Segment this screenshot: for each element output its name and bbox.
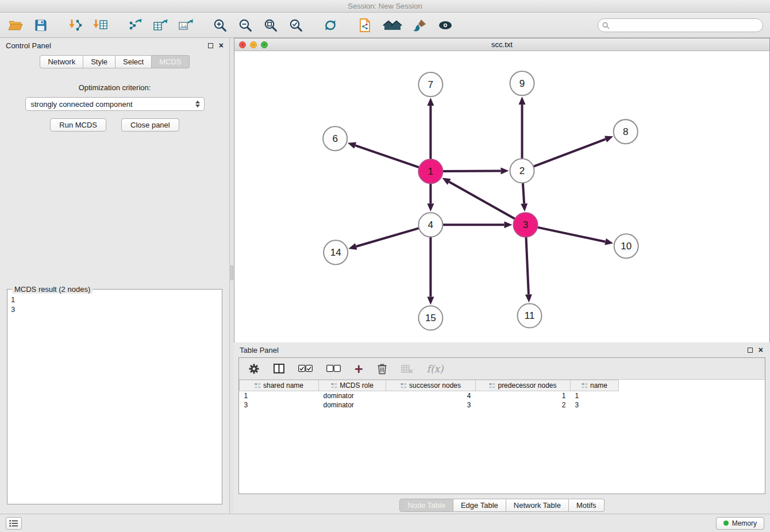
graph-edge-3-1[interactable] bbox=[449, 182, 515, 219]
table-toolbar: + f(x) bbox=[239, 358, 765, 380]
zoom-fit-icon[interactable] bbox=[262, 16, 279, 34]
eye-icon[interactable] bbox=[437, 16, 454, 34]
task-history-button[interactable] bbox=[6, 517, 22, 530]
graph-node-label: 15 bbox=[425, 313, 436, 323]
graph-edge-arrow bbox=[519, 97, 526, 105]
cell-name[interactable]: 3 bbox=[571, 400, 619, 410]
graph-edge-arrow bbox=[427, 203, 434, 211]
gear-icon[interactable] bbox=[248, 363, 260, 375]
cell-predecessor-nodes[interactable]: 1 bbox=[476, 391, 571, 400]
network-canvas[interactable]: 7968124314101511 bbox=[234, 51, 769, 342]
splitter-grip[interactable] bbox=[230, 265, 233, 280]
tab-select[interactable]: Select bbox=[116, 55, 152, 68]
graph-edge-arrow bbox=[427, 98, 434, 106]
control-panel-title: Control Panel bbox=[6, 41, 51, 50]
column-header-filler bbox=[619, 380, 765, 391]
table-panel-header: Table Panel × bbox=[234, 342, 770, 357]
tab-mcds[interactable]: MCDS bbox=[152, 55, 189, 68]
cell-shared-name[interactable]: 1 bbox=[240, 391, 319, 400]
graph-edge-2-8[interactable] bbox=[533, 139, 606, 167]
cell-predecessor-nodes[interactable]: 2 bbox=[476, 400, 571, 410]
search-input[interactable] bbox=[598, 18, 763, 32]
open-folder-icon[interactable] bbox=[7, 16, 24, 34]
graph-node-label: 4 bbox=[428, 219, 433, 230]
control-panel: Control Panel × Network Style Select MCD… bbox=[0, 38, 230, 514]
cell-successor-nodes[interactable]: 3 bbox=[386, 400, 476, 410]
column-header-name[interactable]: name bbox=[571, 380, 619, 391]
control-panel-close-button[interactable]: × bbox=[219, 43, 224, 48]
cell-successor-nodes[interactable]: 4 bbox=[386, 391, 476, 400]
window-close-button[interactable]: × bbox=[239, 41, 246, 48]
tab-network-table[interactable]: Network Table bbox=[506, 499, 569, 512]
add-column-icon[interactable]: + bbox=[355, 363, 363, 375]
dropdown-arrows-icon bbox=[195, 101, 200, 107]
graph-edge-arrow bbox=[525, 294, 532, 302]
close-panel-button[interactable]: Close panel bbox=[121, 118, 179, 132]
panel-splitter[interactable] bbox=[230, 38, 234, 514]
graph-edge-4-14[interactable] bbox=[356, 228, 419, 246]
tab-style[interactable]: Style bbox=[83, 55, 116, 68]
window-zoom-button[interactable]: + bbox=[261, 41, 268, 48]
mcds-result-line: 1 bbox=[11, 295, 218, 304]
cell-filler bbox=[619, 400, 765, 410]
column-type-icon bbox=[582, 383, 588, 389]
tab-network[interactable]: Network bbox=[40, 55, 83, 68]
export-image-icon[interactable] bbox=[177, 16, 194, 34]
memory-label: Memory bbox=[732, 519, 757, 527]
network-window-titlebar[interactable]: × − + scc.txt bbox=[234, 38, 769, 51]
zoom-selected-icon[interactable] bbox=[287, 16, 305, 34]
graph-node-label: 10 bbox=[621, 241, 632, 252]
graph-edge-3-11[interactable] bbox=[526, 237, 528, 294]
home-icon[interactable] bbox=[382, 16, 403, 34]
graph-node-label: 7 bbox=[428, 79, 433, 90]
cell-mcds-role[interactable]: dominator bbox=[319, 391, 386, 400]
deselect-all-icon[interactable] bbox=[326, 365, 341, 372]
column-header-shared-name[interactable]: shared name bbox=[240, 380, 319, 391]
refresh-icon[interactable] bbox=[322, 16, 339, 34]
control-panel-float-button[interactable] bbox=[208, 43, 213, 48]
zoom-in-icon[interactable] bbox=[211, 16, 229, 34]
cell-name[interactable]: 1 bbox=[571, 391, 619, 400]
graph-edge-2-3[interactable] bbox=[523, 183, 524, 203]
export-table-icon[interactable] bbox=[152, 16, 169, 34]
select-all-icon[interactable] bbox=[298, 365, 313, 372]
control-panel-header: Control Panel × bbox=[0, 38, 229, 53]
tab-node-table[interactable]: Node Table bbox=[399, 499, 453, 512]
network-window-title: scc.txt bbox=[491, 40, 513, 49]
graph-edge-3-10[interactable] bbox=[537, 228, 605, 242]
column-type-icon bbox=[255, 383, 261, 389]
network-graph[interactable]: 7968124314101511 bbox=[234, 51, 769, 342]
column-header-successor-nodes[interactable]: successor nodes bbox=[386, 380, 476, 391]
table-panel-close-button[interactable]: × bbox=[759, 347, 763, 353]
save-icon[interactable] bbox=[32, 16, 49, 34]
import-table-icon[interactable] bbox=[92, 16, 109, 34]
column-layout-icon[interactable] bbox=[274, 364, 284, 373]
zoom-out-icon[interactable] bbox=[237, 16, 254, 34]
graph-edge-1-6[interactable] bbox=[355, 145, 419, 167]
table-panel-float-button[interactable] bbox=[748, 348, 753, 353]
column-type-icon bbox=[401, 383, 407, 389]
cell-shared-name[interactable]: 3 bbox=[240, 400, 319, 410]
import-network-icon[interactable] bbox=[67, 16, 84, 34]
control-panel-tabs: Network Style Select MCDS bbox=[0, 55, 229, 68]
style-brush-icon[interactable] bbox=[411, 16, 429, 34]
column-header-predecessor-nodes[interactable]: predecessor nodes bbox=[476, 380, 571, 391]
table-row[interactable]: 3 dominator 3 2 3 bbox=[240, 400, 765, 410]
graph-edge-1-2[interactable] bbox=[442, 171, 500, 171]
optimization-criterion-dropdown[interactable]: strongly connected component bbox=[25, 97, 205, 111]
trash-icon[interactable] bbox=[377, 363, 387, 375]
tab-edge-table[interactable]: Edge Table bbox=[453, 499, 506, 512]
cell-filler bbox=[619, 391, 765, 400]
table-row[interactable]: 1 dominator 4 1 1 bbox=[240, 391, 765, 400]
window-minimize-button[interactable]: − bbox=[250, 41, 257, 48]
document-share-icon[interactable] bbox=[356, 16, 374, 34]
search-icon bbox=[602, 22, 610, 29]
run-mcds-button[interactable]: Run MCDS bbox=[50, 118, 106, 132]
delete-table-icon bbox=[401, 364, 413, 373]
column-header-mcds-role[interactable]: MCDS role bbox=[319, 380, 386, 391]
cell-mcds-role[interactable]: dominator bbox=[319, 400, 386, 410]
memory-button[interactable]: Memory bbox=[716, 517, 764, 530]
graph-edge-arrow bbox=[348, 142, 356, 149]
tab-motifs[interactable]: Motifs bbox=[569, 499, 605, 512]
export-network-icon[interactable] bbox=[126, 16, 144, 34]
